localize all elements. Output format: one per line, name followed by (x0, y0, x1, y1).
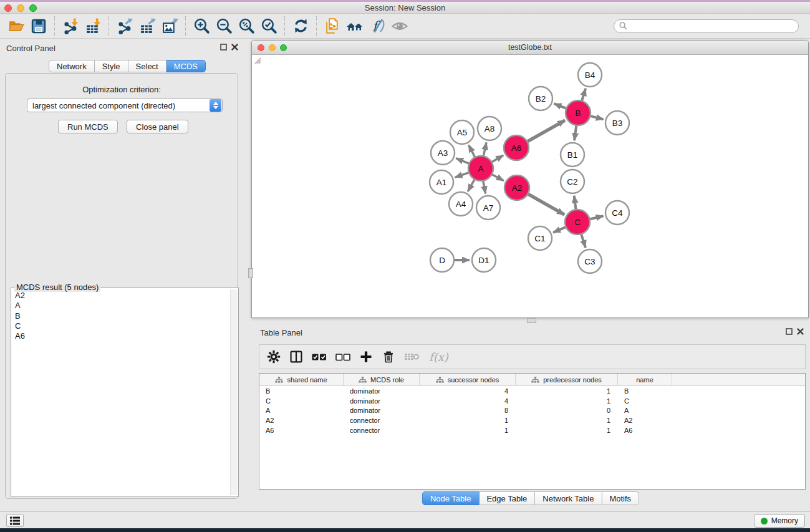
graph-node-A3[interactable]: A3 (431, 141, 455, 165)
column-layout-button[interactable] (289, 350, 303, 364)
export-network-button[interactable] (113, 15, 136, 37)
table-settings-button[interactable] (267, 350, 281, 364)
table-cell[interactable]: dominator (344, 387, 420, 395)
table-cell[interactable]: A (259, 407, 344, 414)
graph-edge-B-B4[interactable] (582, 89, 586, 101)
import-network-button[interactable] (59, 15, 82, 37)
zoom-in-button[interactable] (190, 15, 213, 37)
table-cell[interactable]: 1 (420, 417, 516, 424)
table-cell[interactable]: connector (344, 427, 420, 434)
table-cell[interactable]: C (259, 397, 344, 405)
tab-node-table[interactable]: Node Table (422, 491, 480, 505)
table-cell[interactable]: 1 (420, 427, 516, 434)
home-button[interactable] (344, 15, 366, 37)
graph-edge-C-C3[interactable] (581, 234, 586, 248)
graph-node-C2[interactable]: C2 (561, 170, 584, 193)
table-cell[interactable]: B (259, 387, 344, 395)
bird-eye-view-button[interactable] (388, 15, 411, 37)
import-table-button[interactable] (82, 15, 104, 37)
resize-grip-icon[interactable] (252, 55, 261, 64)
tab-network[interactable]: Network (49, 60, 95, 72)
float-panel-icon[interactable] (220, 44, 227, 51)
network-window-titlebar[interactable]: testGlobe.txt (252, 41, 808, 55)
tab-motifs[interactable]: Motifs (602, 491, 639, 505)
select-all-checkboxes-button[interactable] (312, 353, 327, 361)
tab-edge-table[interactable]: Edge Table (479, 491, 535, 505)
graph-edge-A-A5[interactable] (469, 145, 475, 157)
table-cell[interactable]: A6 (259, 427, 344, 434)
graph-edge-A-A6[interactable] (491, 155, 503, 162)
table-cell[interactable]: connector (344, 417, 420, 424)
column-header-shared-name[interactable]: shared name (259, 374, 344, 386)
graph-edge-A-A2[interactable] (492, 174, 504, 180)
graph-edge-B-B2[interactable] (554, 104, 566, 109)
delete-columns-button[interactable] (382, 350, 395, 364)
table-row[interactable]: A2connector11A2 (259, 415, 805, 425)
column-header-successor-nodes[interactable]: successor nodes (420, 374, 516, 386)
graph-node-C[interactable]: C (565, 210, 590, 235)
table-cell[interactable]: 1 (516, 387, 618, 395)
table-cell[interactable]: 8 (420, 407, 516, 414)
task-history-button[interactable] (6, 514, 24, 527)
close-panel-icon[interactable] (797, 328, 804, 335)
graph-edge-A-A3[interactable] (456, 158, 469, 164)
graph-node-B4[interactable]: B4 (578, 63, 602, 87)
table-cell[interactable]: 4 (420, 397, 516, 405)
graph-node-A[interactable]: A (468, 156, 493, 181)
graph-edge-C-C2[interactable] (574, 196, 576, 210)
search-input[interactable] (630, 22, 793, 31)
add-column-button[interactable] (359, 350, 373, 364)
zoom-out-button[interactable] (213, 15, 235, 37)
mcds-result-item[interactable]: A2 (12, 291, 229, 301)
graph-node-D[interactable]: D (430, 248, 454, 272)
hide-graphics-details-button[interactable]: f (366, 15, 388, 37)
table-row[interactable]: Cdominator41C (259, 396, 805, 406)
graph-edge-A2-C[interactable] (528, 194, 564, 215)
search-field[interactable] (614, 19, 799, 33)
graph-node-A1[interactable]: A1 (430, 170, 453, 194)
graph-node-D1[interactable]: D1 (472, 248, 496, 272)
graph-node-A4[interactable]: A4 (449, 192, 473, 216)
column-header-predecessor-nodes[interactable]: predecessor nodes (516, 374, 618, 386)
table-cell[interactable]: A2 (618, 417, 672, 424)
graph-edge-A-A8[interactable] (483, 142, 486, 156)
close-panel-button[interactable]: Close panel (127, 120, 188, 133)
criterion-dropdown[interactable]: largest connected component (directed) (27, 99, 223, 112)
table-cell[interactable]: A6 (618, 427, 672, 434)
graph-node-A6[interactable]: A6 (504, 135, 529, 160)
vertical-splitter-handle[interactable] (248, 268, 253, 278)
graph-edge-B-B3[interactable] (590, 116, 603, 119)
table-cell[interactable]: 4 (420, 387, 516, 395)
graph-node-C4[interactable]: C4 (605, 201, 629, 225)
table-cell[interactable]: A2 (259, 417, 344, 424)
horizontal-splitter-handle[interactable] (527, 318, 536, 323)
save-session-button[interactable] (27, 15, 50, 37)
tab-style[interactable]: Style (95, 60, 128, 72)
graph-edge-A-A4[interactable] (468, 179, 475, 191)
float-panel-icon[interactable] (786, 328, 793, 335)
table-row[interactable]: Adominator80A (259, 406, 805, 416)
graph-node-C1[interactable]: C1 (528, 226, 552, 250)
function-builder-button[interactable]: f(x) (429, 351, 448, 364)
refresh-button[interactable] (289, 15, 312, 37)
tab-mcds[interactable]: MCDS (166, 60, 206, 72)
table-cell[interactable]: 1 (516, 427, 618, 434)
scrollbar[interactable] (230, 289, 238, 495)
table-cell[interactable]: dominator (344, 407, 420, 414)
mcds-result-item[interactable]: B (12, 311, 229, 321)
delete-table-button[interactable] (404, 352, 420, 362)
open-session-button[interactable] (5, 15, 27, 37)
column-header-mcds-role[interactable]: MCDS role (344, 374, 420, 386)
memory-button[interactable]: Memory (754, 514, 805, 528)
table-row[interactable]: Bdominator41B (259, 386, 805, 396)
graph-node-B3[interactable]: B3 (605, 111, 629, 135)
table-cell[interactable]: B (618, 387, 672, 395)
zoom-selected-button[interactable] (258, 15, 280, 37)
table-row[interactable]: A6connector11A6 (259, 425, 805, 435)
graph-edge-C-C4[interactable] (589, 216, 603, 219)
run-mcds-button[interactable]: Run MCDS (58, 120, 118, 133)
graph-node-A8[interactable]: A8 (478, 117, 501, 140)
graph-edge-B-B1[interactable] (574, 125, 576, 140)
table-cell[interactable]: dominator (344, 397, 420, 405)
table-cell[interactable]: C (618, 397, 672, 405)
